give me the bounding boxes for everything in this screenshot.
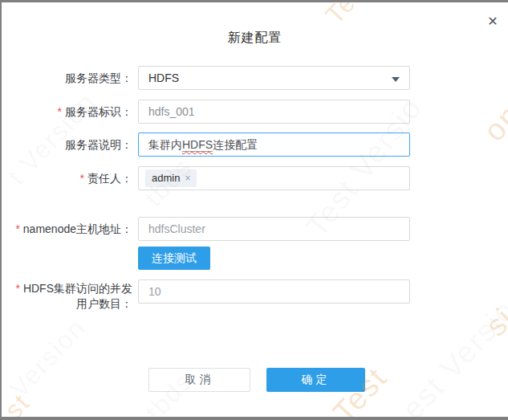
cancel-button[interactable]: 取消: [148, 368, 250, 392]
field-label-concurrent-users: *HDFS集群访问的并发 用户数目：: [2, 279, 132, 312]
concurrent-users-input[interactable]: 10: [138, 279, 410, 304]
watermark-layer: t Version Version tbds tbds Test Versio …: [2, 2, 508, 417]
close-icon: ✕: [487, 14, 498, 28]
server-type-select[interactable]: HDFS: [138, 66, 410, 90]
owner-tag: admin ×: [145, 169, 197, 187]
server-id-input[interactable]: hdfs_001: [138, 100, 410, 124]
watermark-text: est Versio: [396, 293, 508, 417]
server-desc-input[interactable]: 集群内HDFS连接配置: [138, 133, 410, 157]
server-desc-value: 集群内HDFS连接配置: [148, 133, 258, 156]
watermark-text: Version: [4, 312, 91, 404]
namenode-host-input[interactable]: hdfsCluster: [138, 217, 410, 241]
chevron-down-icon: [392, 77, 400, 82]
field-label-server-id: *服务器标识：: [2, 100, 132, 124]
namenode-host-value: hdfsCluster: [148, 218, 205, 240]
owner-input[interactable]: admin ×: [138, 166, 410, 190]
required-asterisk: *: [80, 172, 84, 185]
field-label-namenode: *namenode主机地址：: [2, 217, 132, 241]
owner-tag-label: admin: [152, 167, 180, 190]
server-id-value: hdfs_001: [148, 100, 195, 123]
new-config-dialog: ✕ 新建配置 服务器类型： HDFS *服务器标识： hdfs_001 服务器说…: [0, 0, 508, 420]
close-button[interactable]: ✕: [483, 12, 502, 31]
watermark-text: on: [477, 97, 508, 148]
spellcheck-underline: HDFS: [182, 138, 213, 152]
server-type-value: HDFS: [148, 67, 179, 89]
dialog-title: 新建配置: [2, 30, 508, 47]
field-label-owner: *责任人：: [2, 166, 132, 190]
watermark-text: si: [479, 301, 508, 343]
tag-remove-icon[interactable]: ×: [185, 167, 190, 190]
required-asterisk: *: [58, 105, 62, 118]
concurrent-users-value: 10: [148, 280, 161, 303]
connect-test-button[interactable]: 连接测试: [138, 247, 210, 270]
required-asterisk: *: [15, 282, 19, 295]
watermark-text: Te: [320, 2, 363, 30]
watermark-text: st: [2, 388, 36, 417]
field-label-server-type: 服务器类型：: [2, 66, 132, 90]
field-label-server-desc: 服务器说明：: [2, 133, 132, 157]
ok-button[interactable]: 确定: [266, 368, 365, 392]
required-asterisk: *: [15, 222, 19, 235]
